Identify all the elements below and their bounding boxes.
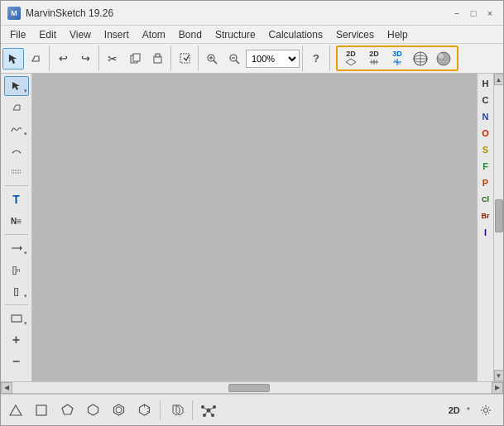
scroll-right-arrow[interactable]: ▶ [492, 382, 503, 394]
h-scroll-track[interactable] [12, 383, 492, 393]
element-cl[interactable]: Cl [478, 191, 493, 208]
svg-marker-36 [88, 404, 98, 415]
h-scroll-thumb[interactable] [228, 384, 270, 392]
canvas-area[interactable] [32, 74, 477, 381]
svg-rect-2 [133, 54, 140, 61]
left-numbering-button[interactable]: N≡ [4, 211, 29, 231]
toolbar-zoom-group: 25% 50% 75% 100% 150% 200% [201, 45, 303, 71]
left-minus-button[interactable]: − [4, 352, 29, 371]
svg-line-9 [214, 60, 217, 64]
wireframe-button[interactable] [410, 48, 431, 69]
left-arrow-button[interactable]: ▾ [4, 238, 29, 258]
element-o[interactable]: O [478, 125, 493, 141]
menu-item-atom[interactable]: Atom [137, 27, 171, 42]
element-h[interactable]: H [478, 75, 493, 92]
menu-item-calculations[interactable]: Calculations [263, 27, 329, 42]
minimize-button[interactable]: − [450, 7, 463, 20]
svg-marker-0 [32, 56, 39, 61]
status-settings-button[interactable] [477, 401, 495, 419]
menu-item-structure[interactable]: Structure [209, 27, 262, 42]
main-area: ▾ ▾ T N≡ ▾ []n [] ▾ [1, 74, 503, 381]
square-button[interactable] [30, 399, 53, 422]
app-icon: M [7, 7, 21, 20]
window-controls: − □ × [450, 7, 497, 20]
bicyclic-button[interactable] [165, 399, 188, 422]
menu-item-help[interactable]: Help [382, 27, 414, 42]
canvas-inner[interactable] [32, 74, 477, 381]
benzene-button[interactable] [107, 399, 130, 422]
help-button[interactable]: ? [305, 48, 327, 69]
zoom-dropdown[interactable]: 25% 50% 75% 100% 150% 200% [246, 50, 300, 68]
scroll-thumb[interactable] [495, 199, 503, 232]
menu-item-file[interactable]: File [4, 27, 31, 42]
scroll-up-arrow[interactable]: ▲ [494, 74, 504, 85]
svg-marker-13 [346, 59, 356, 65]
menu-item-edit[interactable]: Edit [33, 27, 62, 42]
element-i[interactable]: I [478, 224, 493, 241]
cut-button[interactable]: ✂ [102, 48, 123, 69]
molecule-button[interactable] [197, 399, 220, 422]
element-p[interactable]: P [478, 175, 493, 191]
svg-line-53 [209, 410, 213, 415]
left-arc-button[interactable] [4, 141, 29, 160]
h-scrollbar: ◀ ▶ [1, 382, 503, 394]
left-chain-button[interactable]: ▾ [4, 119, 29, 139]
scroll-track[interactable] [494, 85, 504, 370]
zoom-out-button[interactable] [223, 48, 245, 69]
close-button[interactable]: × [483, 7, 497, 20]
element-f[interactable]: F [478, 158, 493, 175]
menu-item-bond[interactable]: Bond [173, 27, 208, 42]
select-tool-button[interactable] [2, 48, 24, 69]
scroll-left-arrow[interactable]: ◀ [1, 382, 12, 394]
svg-rect-32 [12, 315, 22, 322]
svg-marker-35 [62, 404, 73, 414]
svg-point-38 [116, 407, 122, 413]
undo-button[interactable]: ↩ [52, 48, 74, 69]
left-select-button[interactable]: ▾ [4, 76, 29, 96]
eraser-button[interactable] [25, 48, 46, 69]
left-rect-button[interactable]: ▾ [4, 309, 29, 328]
copy-button[interactable] [124, 48, 146, 69]
paste-button[interactable] [146, 48, 168, 69]
left-dotted-button[interactable] [4, 162, 29, 182]
spacefill-button[interactable] [433, 48, 454, 69]
toolbar-region-group [174, 45, 199, 71]
element-c[interactable]: C [478, 92, 493, 108]
status-bar: 2D * [444, 400, 500, 420]
2d-clean-button[interactable]: 2D [363, 48, 385, 69]
element-n[interactable]: N [478, 108, 493, 125]
left-bracket-n-button[interactable]: []n [4, 260, 29, 280]
menu-item-insert[interactable]: Insert [98, 27, 135, 42]
mode-indicator: 2D [449, 405, 460, 415]
menu-bar: FileEditViewInsertAtomBondStructureCalcu… [1, 26, 503, 44]
element-s[interactable]: S [478, 141, 493, 158]
left-bracket-button[interactable]: [] ▾ [4, 281, 29, 301]
svg-line-52 [204, 410, 209, 415]
bottom-toolbar: 2D * [1, 394, 503, 425]
zoom-in-button[interactable] [201, 48, 223, 69]
ring6-button[interactable] [132, 399, 156, 422]
svg-marker-31 [20, 246, 22, 251]
menu-item-view[interactable]: View [64, 27, 97, 42]
element-br[interactable]: Br [478, 208, 493, 224]
left-plus-button[interactable]: + [4, 330, 29, 350]
triangle-button[interactable] [4, 399, 27, 422]
maximize-button[interactable]: □ [467, 7, 480, 20]
svg-marker-27 [13, 105, 20, 110]
redo-button[interactable]: ↪ [74, 48, 96, 69]
pentagon-button[interactable] [55, 399, 79, 422]
toolbar-clipboard-group: ✂ [102, 45, 171, 71]
scroll-down-arrow[interactable]: ▼ [494, 370, 504, 381]
left-text-button[interactable]: T [4, 189, 29, 209]
select-region-button[interactable] [174, 48, 195, 69]
3d-button[interactable]: 3D [386, 48, 408, 69]
hexagon-button[interactable] [81, 399, 104, 422]
left-draw-button[interactable] [4, 98, 29, 117]
dim-panel: 2D 2D 3D [336, 45, 458, 71]
bottom-divider-1 [160, 400, 161, 420]
svg-point-54 [484, 408, 488, 412]
svg-line-12 [236, 60, 239, 64]
svg-marker-33 [10, 405, 22, 415]
menu-item-services[interactable]: Services [330, 27, 380, 42]
2d-sketch-button[interactable]: 2D [340, 48, 362, 69]
